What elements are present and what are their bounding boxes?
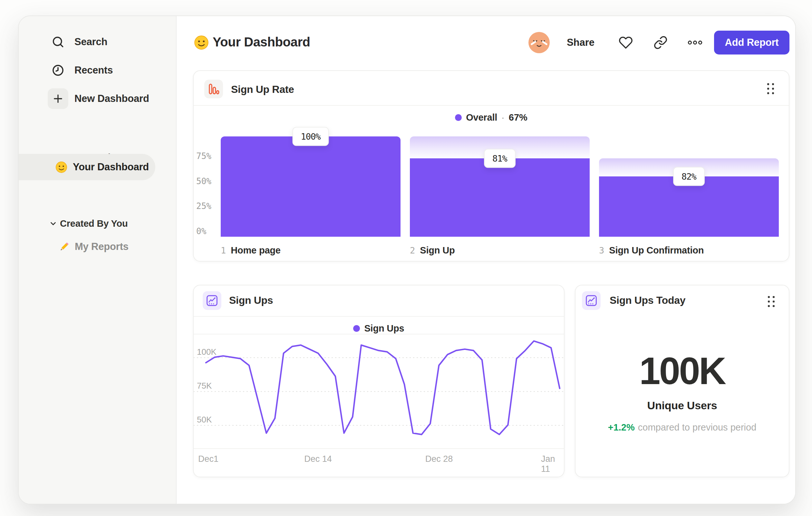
drag-handle-icon[interactable]: [768, 296, 775, 307]
y-axis-tick: 50%: [196, 176, 220, 186]
x-axis-tick: Dec1: [198, 454, 219, 464]
divider: [194, 448, 564, 449]
step-index: 3: [599, 245, 604, 255]
link-icon[interactable]: [654, 35, 668, 50]
line-chart-icon: [582, 291, 601, 310]
sidebar-item-new-dashboard[interactable]: New Dashboard: [19, 84, 176, 113]
funnel-step-label: 3Sign Up Confirmation: [599, 245, 704, 256]
clock-icon: [48, 60, 68, 81]
line-chart: 100K75K50KDec1Dec 14Dec 28Jan 11: [194, 286, 565, 478]
sidebar: Search Recents New Dashboard Your Fa: [19, 16, 177, 504]
heart-icon[interactable]: [619, 35, 633, 50]
sidebar-item-my-reports[interactable]: My Reports: [19, 233, 176, 260]
smiley-emoji-icon: [55, 161, 67, 173]
metric-delta: +1.2%: [608, 422, 635, 432]
sidebar-item-recents[interactable]: Recents: [19, 56, 176, 84]
metric-delta-row: +1.2%compared to previous period: [576, 422, 789, 433]
sidebar-section-created-by-you[interactable]: Created By You: [19, 214, 176, 233]
sidebar-item-label: Your Dashboard: [73, 161, 149, 173]
y-axis-tick: 100K: [197, 347, 216, 357]
step-index: 2: [410, 245, 415, 255]
step-name: Sign Up Confirmation: [609, 245, 704, 256]
page-title: Your Dashboard: [213, 35, 310, 49]
metric-card-sign-ups-today: Sign Ups Today 100K Unique Users +1.2%co…: [575, 285, 789, 477]
funnel-chart: 0%25%50%75%100%1Home page81%2Sign Up82%3…: [194, 71, 789, 261]
metric-delta-caption: compared to previous period: [638, 422, 757, 432]
sidebar-item-label: Recents: [75, 64, 113, 76]
sidebar-item-your-dashboard[interactable]: Your Dashboard: [19, 154, 155, 180]
search-icon: [48, 32, 68, 52]
smiley-emoji-icon: [194, 35, 209, 50]
x-axis-tick: Dec 28: [425, 454, 453, 464]
main-content: Your Dashboard Share Add Report: [177, 16, 795, 504]
y-axis-tick: 75%: [196, 151, 220, 161]
funnel-card-sign-up-rate: Sign Up Rate Overall · 67% 0%25%50%75%10…: [193, 70, 789, 262]
line-card-sign-ups: Sign Ups Sign Ups 100K75K50KDec1Dec 14De…: [193, 285, 564, 477]
metric-label: Unique Users: [576, 399, 789, 412]
pencil-emoji-icon: [58, 241, 70, 253]
x-axis-tick: Dec 14: [304, 454, 332, 464]
funnel-bar[interactable]: [221, 136, 401, 237]
y-axis-tick: 75K: [197, 381, 212, 391]
y-axis-tick: 25%: [196, 201, 220, 211]
funnel-step-label: 1Home page: [221, 245, 281, 256]
share-button[interactable]: Share: [567, 37, 594, 48]
sidebar-nav: Search Recents New Dashboard: [19, 16, 176, 113]
card-title: Sign Ups Today: [610, 294, 685, 306]
step-name: Sign Up: [420, 245, 455, 256]
value-tooltip: 82%: [673, 167, 705, 186]
y-axis-tick: 50K: [197, 415, 212, 425]
line-chart-svg: [194, 286, 565, 478]
funnel-bar[interactable]: [410, 158, 590, 237]
sidebar-item-label: New Dashboard: [75, 93, 149, 105]
section-header-label: Created By You: [60, 218, 127, 229]
funnel-step-label: 2Sign Up: [410, 245, 455, 256]
line-series-sign-ups: [206, 341, 560, 434]
plus-icon: [48, 88, 68, 109]
x-axis-tick: Jan 11: [541, 454, 557, 474]
sidebar-item-search[interactable]: Search: [19, 28, 176, 56]
more-options-icon[interactable]: [687, 35, 701, 50]
avatar[interactable]: [528, 32, 550, 53]
step-name: Home page: [231, 245, 281, 256]
metric-value: 100K: [576, 349, 789, 393]
step-index: 1: [221, 245, 226, 255]
y-axis-tick: 0%: [196, 226, 220, 236]
value-tooltip: 100%: [292, 127, 329, 146]
app-window: Search Recents New Dashboard Your Fa: [18, 16, 796, 505]
sidebar-item-label: My Reports: [75, 241, 128, 252]
chevron-down-icon: [49, 219, 57, 228]
add-report-button[interactable]: Add Report: [714, 31, 789, 55]
sidebar-section-created: Created By You My Reports: [19, 214, 176, 260]
sidebar-item-label: Search: [75, 36, 107, 48]
value-tooltip: 81%: [484, 149, 516, 168]
